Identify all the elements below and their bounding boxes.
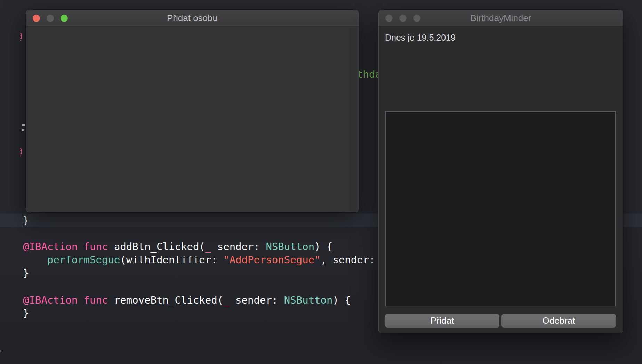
button-row: Přidat Odebrat: [385, 314, 616, 328]
clipped-pink-code-fragment-top: @: [20, 30, 26, 42]
code-token-type: NSButton: [284, 294, 333, 306]
add-button[interactable]: Přidat: [385, 314, 499, 328]
code-line-removebtn-declaration: @IBAction func removeBtn_Clicked(_ sende…: [23, 293, 351, 307]
code-token-keyword: @IBAction func: [23, 241, 114, 253]
close-icon[interactable]: [385, 15, 393, 22]
window-title: Přidat osobu: [167, 13, 218, 24]
code-token: }: [0, 345, 2, 357]
code-token-indent: [23, 254, 47, 266]
code-token-wildcard: _: [205, 241, 211, 253]
birthday-minder-titlebar[interactable]: BirthdayMinder: [379, 10, 623, 26]
code-token-keyword: @: [20, 30, 22, 42]
window-title: BirthdayMinder: [471, 13, 531, 24]
code-token-function-name: removeBtn_Clicked(: [114, 294, 223, 306]
remove-button[interactable]: Odebrat: [501, 314, 616, 328]
add-person-content: [26, 26, 359, 212]
code-token-wildcard: _: [223, 294, 229, 306]
code-line-close-brace-highlighted: }: [23, 214, 29, 227]
code-line-close-brace: }: [23, 307, 29, 320]
minimize-icon[interactable]: [399, 15, 407, 22]
code-line-class-close-brace: }: [0, 344, 2, 357]
code-token-keyword: @IBAction func: [23, 294, 114, 306]
code-token-function-name: addBtn_Clicked(: [114, 241, 205, 253]
code-token: ) {: [314, 241, 332, 253]
code-token: sender:: [230, 294, 284, 306]
code-token: }: [23, 307, 29, 319]
code-token-method: performSegue: [47, 254, 120, 266]
clipped-white-code-fragment: [22, 124, 25, 126]
code-token: ) {: [332, 294, 351, 306]
clipped-pink-code-fragment-mid: @: [20, 145, 26, 157]
add-person-titlebar[interactable]: Přidat osobu: [26, 10, 359, 26]
code-line-close-brace: }: [23, 266, 29, 280]
birthday-minder-content: Dnes je 19.5.2019 Přidat Odebrat: [379, 26, 623, 333]
desktop: { "editor": { "lines": { "close1": { "te…: [0, 0, 642, 364]
code-token-type: NSButton: [266, 241, 314, 253]
code-token: , sender:: [321, 254, 382, 266]
code-token: (withIdentifier:: [120, 254, 223, 266]
code-token: }: [23, 267, 29, 279]
zoom-icon[interactable]: [61, 15, 68, 22]
traffic-lights: [33, 10, 68, 26]
traffic-lights: [385, 10, 420, 26]
minimize-icon[interactable]: [47, 15, 54, 22]
code-token: sender:: [211, 241, 266, 253]
code-token-keyword: @: [20, 145, 22, 157]
code-token-string: "AddPersonSegue": [223, 254, 320, 266]
clipped-green-code-fragment: thday: [359, 68, 378, 80]
window-birthday-minder: BirthdayMinder Dnes je 19.5.2019 Přidat …: [378, 10, 623, 333]
zoom-icon[interactable]: [413, 15, 420, 22]
clipped-white-code-fragment: [22, 129, 24, 131]
code-line-performsegue: performSegue(withIdentifier: "AddPersonS…: [23, 253, 381, 266]
today-date-label: Dnes je 19.5.2019: [385, 33, 456, 43]
person-list-box[interactable]: [385, 111, 616, 306]
code-token: }: [23, 215, 29, 226]
window-add-person: Přidat osobu: [26, 10, 359, 212]
code-line-addbtn-declaration: @IBAction func addBtn_Clicked(_ sender: …: [23, 240, 333, 253]
close-icon[interactable]: [33, 15, 40, 22]
code-token-green: thday: [359, 68, 378, 80]
